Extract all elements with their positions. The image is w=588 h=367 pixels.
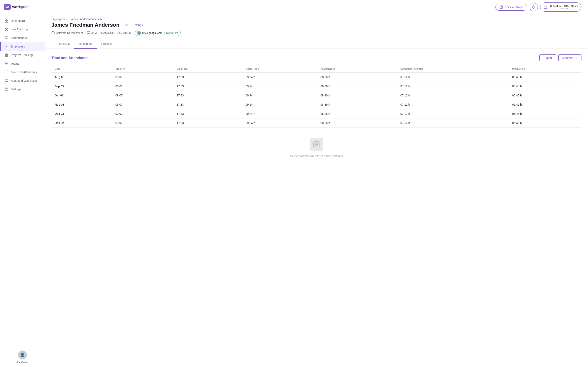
cell-clock-out: 17:33 <box>173 82 242 91</box>
cell-clock-in: 09:07 <box>112 73 173 82</box>
col-computer-activities: Computer Activities <box>397 66 509 73</box>
tab-projects[interactable]: Projects <box>97 39 116 49</box>
table-row[interactable]: Dec 02 09:07 17:33 09:24 h 08:26 h 07:12… <box>52 109 581 118</box>
time-attendance-section: Time and Attendance Export Columns <box>45 49 588 174</box>
content-area: Time and Attendance Export Columns <box>45 49 588 367</box>
avatar: 👤 <box>18 350 27 359</box>
col-all-activities: All Activities <box>317 66 397 73</box>
table-row[interactable]: Oct 06 09:07 17:33 09:24 h 08:26 h 07:12… <box>52 91 581 100</box>
person-icon <box>5 45 8 48</box>
cell-clock-in: 09:07 <box>112 109 173 118</box>
col-productive: Productive <box>509 66 581 73</box>
table-row[interactable]: Dec 02 09:07 17:33 09:24 h 08:26 h 07:12… <box>52 118 581 128</box>
cell-clock-out: 17:33 <box>173 73 242 82</box>
cell-date: Dec 02 <box>52 118 112 128</box>
sidebar-item-dashboard[interactable]: Dashboard <box>0 17 45 25</box>
meta-computer: JAMES-MACBOOK-PRO/JAMES <box>87 31 131 34</box>
svg-rect-2 <box>7 19 8 21</box>
cell-computer-activities: 07:12 h <box>397 82 509 91</box>
logo-text: workpuls <box>12 5 28 9</box>
cell-clock-out: 17:33 <box>173 118 242 128</box>
table-row[interactable]: Nov 06 09:07 17:33 09:24 h 08:26 h 07:12… <box>52 100 581 109</box>
cell-all-activities: 08:26 h <box>317 118 397 128</box>
cell-all-activities: 08:26 h <box>317 91 397 100</box>
cell-clock-out: 17:33 <box>173 100 242 109</box>
gear-icon <box>5 87 8 91</box>
logo-icon <box>4 4 11 10</box>
date-range-text: Fri, Aug 17 - Tue, Aug 21 <box>549 4 578 7</box>
cell-productive: 06:45 h <box>509 82 581 91</box>
cell-productive: 06:45 h <box>509 91 581 100</box>
review-icon <box>500 6 503 9</box>
cell-productive: 06:45 h <box>509 100 581 109</box>
page-header: Employees > James Friedman Anderson Jame… <box>45 14 588 39</box>
breadcrumb-employees[interactable]: Employees <box>52 17 65 21</box>
section-header: Time and Attendance Export Columns <box>52 54 581 61</box>
sidebar-item-settings[interactable]: Settings <box>0 85 45 94</box>
cell-office-time: 09:24 h <box>242 100 317 109</box>
sidebar-item-label: Apps and Websistes <box>11 79 37 82</box>
cell-clock-in: 09:07 <box>112 100 173 109</box>
briefcase-icon <box>5 53 8 57</box>
date-range-button[interactable]: Fri, Aug 17 - Tue, Aug 21 Office Time <box>540 2 581 12</box>
cell-date: Aug 05 <box>52 73 112 82</box>
col-office-time: Office Time <box>242 66 317 73</box>
sidebar-item-screenshots[interactable]: Screenshots <box>0 34 45 42</box>
sidebar-item-label: Teams <box>11 62 19 65</box>
tab-timesheets[interactable]: Timesheets <box>74 39 97 49</box>
columns-button[interactable]: Columns <box>558 54 581 61</box>
svg-rect-14 <box>5 71 8 74</box>
cell-clock-in: 09:07 <box>112 91 173 100</box>
edit-link[interactable]: Edit <box>123 24 129 27</box>
settings-link[interactable]: Settings <box>132 24 143 27</box>
svg-point-21 <box>6 89 7 90</box>
sidebar-item-time-attendance[interactable]: Time and Attendance <box>0 68 45 76</box>
sidebar-footer: 👤 Joe Geller <box>0 347 45 367</box>
image-icon <box>5 36 8 40</box>
attendance-table: Date Clock-In Clock-Out Office Time All … <box>52 66 581 128</box>
cell-productive: 06:45 h <box>509 73 581 82</box>
computer-label: JAMES-MACBOOK-PRO/JAMES <box>91 31 131 34</box>
section-title: Time and Attendance <box>52 56 88 60</box>
cell-office-time: 09:24 h <box>242 109 317 118</box>
bell-icon <box>532 5 536 9</box>
review-usage-button[interactable]: Review Usage <box>495 4 527 11</box>
export-button[interactable]: Export <box>539 54 556 61</box>
sidebar-item-label: Screenshots <box>11 36 27 40</box>
cell-office-time: 09:24 h <box>242 73 317 82</box>
logo[interactable]: workpuls <box>0 0 45 14</box>
cell-productive: 06:45 h <box>509 109 581 118</box>
page-title: James Friedman Anderson <box>52 22 120 28</box>
sidebar-item-apps-websites[interactable]: Apps and Websistes <box>0 76 45 85</box>
svg-rect-18 <box>5 79 8 82</box>
calendar-icon <box>544 6 547 9</box>
columns-label: Columns <box>562 56 573 59</box>
sidebar-item-employees[interactable]: Employees <box>0 42 45 51</box>
svg-point-9 <box>6 45 7 47</box>
status-app-name: drive.google.com <box>142 31 162 34</box>
checklist-icon <box>313 141 320 148</box>
sidebar-item-teams[interactable]: Teams <box>0 59 45 68</box>
svg-rect-4 <box>7 21 8 22</box>
tab-productivity[interactable]: Productivity <box>52 39 74 49</box>
svg-point-6 <box>6 29 7 30</box>
table-row[interactable]: Sep 05 09:07 17:33 09:24 h 08:26 h 07:12… <box>52 82 581 91</box>
sidebar-item-live-tracking[interactable]: Live Tracking <box>0 25 45 34</box>
main-content: Review Usage Fri, Aug 17 - Tue, Aug 21 O… <box>45 0 588 367</box>
breadcrumb-current: James Friedman Anderson <box>70 17 102 21</box>
notification-bell-button[interactable] <box>530 3 538 11</box>
cell-date: Sep 05 <box>52 82 112 91</box>
col-clock-out: Clock-Out <box>173 66 242 73</box>
empty-state-text: Select date in table to see more details <box>290 154 343 158</box>
footer-username: Joe Geller <box>16 361 28 364</box>
computer-icon <box>87 31 90 34</box>
svg-point-12 <box>5 63 7 64</box>
cell-clock-out: 17:33 <box>173 109 242 118</box>
table-row[interactable]: Aug 05 09:07 17:33 09:24 h 08:26 h 07:12… <box>52 73 581 82</box>
sidebar-item-projects-tracking[interactable]: Projects Tracking <box>0 51 45 59</box>
monitor-icon <box>5 79 8 83</box>
sidebar-item-label: Live Tracking <box>11 28 27 31</box>
cell-computer-activities: 07:12 h <box>397 91 509 100</box>
top-action-bar: Review Usage Fri, Aug 17 - Tue, Aug 21 O… <box>45 0 588 14</box>
cell-computer-activities: 07:12 h <box>397 109 509 118</box>
